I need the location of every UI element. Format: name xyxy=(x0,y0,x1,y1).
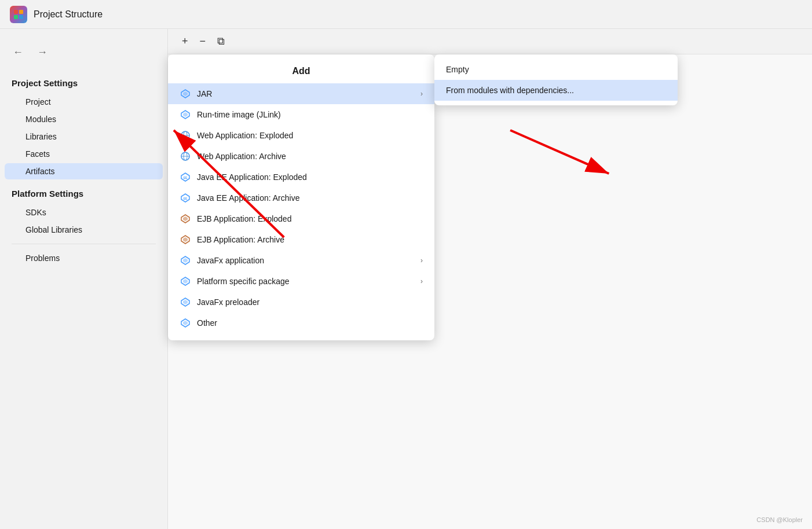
window: Project Structure ← → Project Settings P… xyxy=(0,0,812,529)
dropdown-item-other[interactable]: Other xyxy=(168,313,434,333)
app-icon-inner xyxy=(10,6,27,23)
window-title: Project Structure xyxy=(34,9,103,20)
main-content: ← → Project Settings Project Modules Lib… xyxy=(0,29,812,529)
svg-marker-25 xyxy=(183,258,188,263)
other-label: Other xyxy=(197,318,423,328)
svg-rect-2 xyxy=(14,15,18,19)
runtime-icon xyxy=(180,109,191,120)
web-exploded-icon xyxy=(180,130,191,141)
svg-marker-27 xyxy=(183,279,188,284)
jar-label: JAR xyxy=(197,89,415,98)
svg-rect-1 xyxy=(19,10,23,14)
javaee-archive-icon: EE xyxy=(180,192,191,204)
sidebar-item-global-libraries[interactable]: Global Libraries xyxy=(5,222,163,238)
nav-bar: ← → xyxy=(0,41,167,64)
project-settings-heading: Project Settings xyxy=(0,74,167,93)
platform-package-label: Platform specific package xyxy=(197,277,415,286)
web-archive-icon xyxy=(180,150,191,162)
dropdown-item-ejb-exploded[interactable]: EJB Application: Exploded xyxy=(168,208,434,229)
javafx-arrow: › xyxy=(420,256,423,264)
svg-marker-29 xyxy=(183,300,188,304)
web-exploded-label: Web Application: Exploded xyxy=(197,131,423,140)
web-archive-label: Web Application: Archive xyxy=(197,152,423,161)
javaee-exploded-icon: EE xyxy=(180,171,191,183)
dropdown-item-runtime[interactable]: Run-time image (JLink) xyxy=(168,104,434,125)
svg-marker-5 xyxy=(183,91,188,96)
back-button[interactable]: ← xyxy=(9,45,27,60)
remove-button[interactable]: − xyxy=(195,33,211,50)
add-dropdown: Add JAR › xyxy=(168,54,434,340)
ejb-exploded-icon xyxy=(180,213,191,225)
dropdown-item-javaee-exploded[interactable]: EE Java EE Application: Exploded xyxy=(168,167,434,188)
javafx-preloader-label: JavaFx preloader xyxy=(197,297,423,307)
from-modules-label: From modules with dependencies... xyxy=(446,86,574,95)
dropdown-item-javafx-app[interactable]: JavaFx application › xyxy=(168,250,434,271)
svg-marker-23 xyxy=(183,237,188,242)
dropdown-item-ejb-archive[interactable]: EJB Application: Archive xyxy=(168,229,434,250)
javafx-app-icon xyxy=(180,255,191,266)
copy-button[interactable]: ⧉ xyxy=(213,33,229,50)
dropdown-item-web-archive[interactable]: Web Application: Archive xyxy=(168,146,434,167)
svg-line-35 xyxy=(510,130,609,174)
other-icon xyxy=(180,317,191,329)
right-panel: + − ⧉ Add JAR › xyxy=(168,29,812,529)
runtime-label: Run-time image (JLink) xyxy=(197,110,423,119)
sidebar-item-sdks[interactable]: SDKs xyxy=(5,204,163,221)
sidebar-divider xyxy=(12,244,156,244)
svg-rect-0 xyxy=(14,10,18,14)
svg-rect-3 xyxy=(19,15,23,19)
sidebar-item-facets[interactable]: Facets xyxy=(5,146,163,162)
svg-text:EE: EE xyxy=(184,197,188,200)
sidebar-item-libraries[interactable]: Libraries xyxy=(5,128,163,145)
jar-sub-dropdown: Empty From modules with dependencies... xyxy=(434,54,678,105)
title-bar: Project Structure xyxy=(0,0,812,29)
ejb-exploded-label: EJB Application: Exploded xyxy=(197,214,423,223)
forward-button[interactable]: → xyxy=(34,45,51,60)
sidebar-item-project[interactable]: Project xyxy=(5,94,163,110)
watermark: CSDN @Klopler xyxy=(756,516,803,523)
jar-arrow: › xyxy=(420,90,423,98)
dropdown-item-jar[interactable]: JAR › xyxy=(168,83,434,104)
javaee-exploded-label: Java EE Application: Exploded xyxy=(197,172,423,182)
svg-marker-7 xyxy=(183,112,188,117)
svg-marker-21 xyxy=(183,216,188,221)
empty-label: Empty xyxy=(446,65,469,74)
dropdown-item-javafx-preloader[interactable]: JavaFx preloader xyxy=(168,292,434,313)
app-icon xyxy=(9,5,28,24)
ejb-archive-label: EJB Application: Archive xyxy=(197,235,423,244)
sub-item-from-modules[interactable]: From modules with dependencies... xyxy=(434,80,678,101)
dropdown-item-javaee-archive[interactable]: EE Java EE Application: Archive xyxy=(168,188,434,208)
javafx-app-label: JavaFx application xyxy=(197,256,415,265)
add-button[interactable]: + xyxy=(177,33,193,50)
sidebar-item-modules[interactable]: Modules xyxy=(5,111,163,127)
svg-text:EE: EE xyxy=(184,176,188,179)
dropdown-item-platform-package[interactable]: Platform specific package › xyxy=(168,271,434,292)
javaee-archive-label: Java EE Application: Archive xyxy=(197,193,423,203)
svg-marker-31 xyxy=(183,321,188,325)
toolbar: + − ⧉ xyxy=(168,29,812,54)
platform-settings-heading: Platform Settings xyxy=(0,184,167,203)
dropdown-item-web-exploded[interactable]: Web Application: Exploded xyxy=(168,125,434,146)
ejb-archive-icon xyxy=(180,234,191,245)
sub-item-empty[interactable]: Empty xyxy=(434,59,678,80)
platform-package-icon xyxy=(180,275,191,287)
jar-icon xyxy=(180,88,191,100)
dropdown-title: Add xyxy=(168,61,434,83)
sidebar-item-problems[interactable]: Problems xyxy=(5,250,163,266)
platform-arrow: › xyxy=(420,277,423,285)
javafx-preloader-icon xyxy=(180,296,191,308)
sidebar: ← → Project Settings Project Modules Lib… xyxy=(0,29,168,529)
sidebar-item-artifacts[interactable]: Artifacts xyxy=(5,163,163,179)
